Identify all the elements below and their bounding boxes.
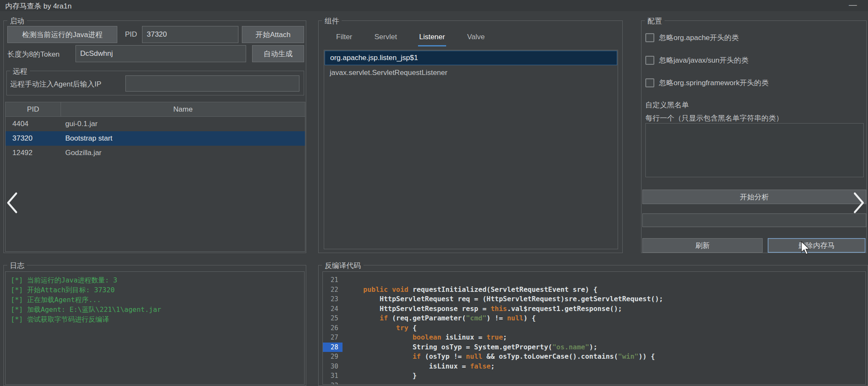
process-name: Bootstrap start bbox=[61, 134, 113, 143]
process-pid: 4404 bbox=[6, 120, 61, 128]
process-name: Godzilla.jar bbox=[61, 149, 102, 157]
checkbox-icon[interactable] bbox=[645, 78, 654, 87]
process-table-header: PID Name bbox=[6, 102, 305, 117]
detect-java-processes-button[interactable]: 检测当前运行的Java进程 bbox=[7, 26, 117, 43]
component-list-item[interactable]: org.apache.jsp.listen_jsp$1 bbox=[325, 51, 617, 65]
line-number: 26 bbox=[323, 323, 343, 333]
checkbox-icon[interactable] bbox=[645, 56, 654, 65]
line-number: 25 bbox=[323, 314, 343, 323]
log-line: [*] 尝试获取字节码进行反编译 bbox=[11, 314, 299, 324]
line-number: 29 bbox=[323, 352, 343, 362]
remote-ip-label: 远程手动注入Agent后输入IP bbox=[10, 79, 102, 89]
refresh-button[interactable]: 刷新 bbox=[642, 238, 763, 253]
process-row[interactable]: 12492Godzilla.jar bbox=[6, 146, 305, 160]
code-line: 30 isLinux = false; bbox=[323, 362, 865, 372]
component-list-item[interactable]: javax.servlet.ServletRequestListener bbox=[325, 66, 617, 80]
code-text: isLinux = false; bbox=[343, 362, 495, 372]
checkbox-icon[interactable] bbox=[645, 33, 654, 42]
line-number: 28 bbox=[323, 343, 343, 352]
prev-page-icon[interactable] bbox=[6, 192, 18, 214]
code-text: boolean isLinux = true; bbox=[343, 333, 507, 343]
start-attach-button[interactable]: 开始Attach bbox=[242, 26, 304, 43]
tab-servlet[interactable]: Servlet bbox=[373, 29, 398, 46]
code-line: 28 String osTyp = System.getProperty("os… bbox=[323, 343, 865, 352]
checkbox-label: 忽略org.apache开头的类 bbox=[659, 33, 739, 43]
tab-filter[interactable]: Filter bbox=[335, 29, 354, 46]
code-text: try { bbox=[343, 323, 417, 333]
delete-memshell-button[interactable]: 删除内存马 bbox=[768, 238, 865, 253]
code-line: 27 boolean isLinux = true; bbox=[323, 333, 865, 343]
checkbox-label: 忽略org.springframework开头的类 bbox=[659, 78, 769, 88]
line-number: 24 bbox=[323, 304, 343, 314]
components-panel: 组件 FilterServletListenerValve org.apache… bbox=[318, 20, 623, 253]
minimize-button[interactable]: — bbox=[849, 0, 857, 9]
remote-ip-input[interactable] bbox=[125, 75, 299, 92]
auto-generate-button[interactable]: 自动生成 bbox=[252, 45, 304, 62]
token-input[interactable] bbox=[75, 45, 246, 62]
app-window: 内存马查杀 by 4ra1n — 启动 检测当前运行的Java进程 PID 开始… bbox=[0, 0, 868, 386]
line-number: 21 bbox=[323, 275, 343, 285]
code-text: } bbox=[343, 371, 417, 381]
code-text: HttpServletResponse resp = this.val$requ… bbox=[343, 304, 622, 314]
component-tabs: FilterServletListenerValve bbox=[335, 29, 486, 46]
line-number: 23 bbox=[323, 294, 343, 304]
process-table: PID Name 4404gui-0.1.jar37320Bootstrap s… bbox=[5, 102, 305, 252]
code-line: 25 if (req.getParameter("cmd") != null) … bbox=[323, 314, 865, 323]
config-checkbox-row[interactable]: 忽略org.apache开头的类 bbox=[645, 32, 739, 43]
decompiler-panel-title: 反编译代码 bbox=[322, 261, 363, 271]
line-number: 30 bbox=[323, 362, 343, 372]
code-line: 32 bbox=[323, 381, 865, 385]
code-line: 22 public void requestInitialized(Servle… bbox=[323, 285, 865, 295]
code-area[interactable]: 2122 public void requestInitialized(Serv… bbox=[322, 271, 866, 385]
code-text: if (osTyp != null && osTyp.toLowerCase()… bbox=[343, 352, 655, 362]
log-output[interactable]: [*] 当前运行的Java进程数量: 3[*] 开始Attach到目标: 373… bbox=[5, 271, 305, 385]
config-panel: 配置 忽略org.apache开头的类忽略java/javax/sun开头的类忽… bbox=[641, 20, 867, 253]
line-number: 31 bbox=[323, 371, 343, 381]
components-panel-title: 组件 bbox=[322, 16, 342, 26]
next-page-icon[interactable] bbox=[853, 192, 865, 214]
blacklist-textarea[interactable] bbox=[645, 123, 864, 177]
column-header-name[interactable]: Name bbox=[61, 102, 305, 116]
process-row[interactable]: 37320Bootstrap start bbox=[6, 131, 305, 146]
code-line: 21 bbox=[323, 275, 865, 285]
token-label: 长度为8的Token bbox=[7, 49, 60, 59]
process-row[interactable]: 4404gui-0.1.jar bbox=[6, 117, 305, 131]
mouse-cursor bbox=[800, 241, 813, 256]
line-number: 27 bbox=[323, 333, 343, 343]
title-bar: 内存马查杀 by 4ra1n — bbox=[0, 0, 868, 11]
blacklist-hint: 每行一个（只显示包含黑名单字符串的类） bbox=[645, 113, 783, 123]
tab-listener[interactable]: Listener bbox=[418, 29, 446, 46]
column-header-pid[interactable]: PID bbox=[6, 102, 61, 116]
config-checkbox-row[interactable]: 忽略org.springframework开头的类 bbox=[645, 77, 769, 88]
config-checkbox-row[interactable]: 忽略java/javax/sun开头的类 bbox=[645, 55, 749, 66]
start-analysis-button[interactable]: 开始分析 bbox=[642, 190, 866, 204]
log-line: [*] 当前运行的Java进程数量: 3 bbox=[11, 275, 299, 285]
window-title: 内存马查杀 by 4ra1n bbox=[5, 1, 72, 11]
tab-valve[interactable]: Valve bbox=[466, 29, 486, 46]
blacklist-label: 自定义黑名单 bbox=[645, 100, 689, 110]
code-line: 26 try { bbox=[323, 323, 865, 333]
line-number: 32 bbox=[323, 381, 343, 385]
remote-panel-title: 远程 bbox=[10, 66, 30, 76]
code-line: 24 HttpServletResponse resp = this.val$r… bbox=[323, 304, 865, 314]
startup-panel-title: 启动 bbox=[7, 16, 27, 26]
component-list[interactable]: org.apache.jsp.listen_jsp$1javax.servlet… bbox=[324, 50, 618, 249]
process-table-body: 4404gui-0.1.jar37320Bootstrap start12492… bbox=[6, 117, 305, 160]
config-checkboxes: 忽略org.apache开头的类忽略java/javax/sun开头的类忽略or… bbox=[642, 21, 866, 102]
remote-panel: 远程 远程手动注入Agent后输入IP bbox=[6, 71, 304, 95]
pid-input[interactable] bbox=[142, 26, 238, 43]
checkbox-label: 忽略java/javax/sun开头的类 bbox=[659, 55, 749, 65]
code-text: if (req.getParameter("cmd") != null) { bbox=[343, 314, 536, 323]
config-input[interactable] bbox=[642, 213, 866, 227]
log-line: [*] 加载Agent: E:\蓝队\221\1\agent.jar bbox=[11, 305, 299, 314]
process-pid: 37320 bbox=[6, 134, 61, 143]
startup-panel: 启动 检测当前运行的Java进程 PID 开始Attach 长度为8的Token… bbox=[3, 20, 306, 253]
process-name: gui-0.1.jar bbox=[61, 120, 98, 128]
code-text bbox=[343, 275, 347, 285]
code-text bbox=[343, 381, 347, 385]
code-line: 23 HttpServletRequest req = (HttpServlet… bbox=[323, 294, 865, 304]
process-pid: 12492 bbox=[6, 149, 61, 157]
log-line: [*] 正在加载Agent程序... bbox=[11, 295, 299, 305]
log-panel-title: 日志 bbox=[7, 261, 27, 271]
line-number: 22 bbox=[323, 285, 343, 295]
